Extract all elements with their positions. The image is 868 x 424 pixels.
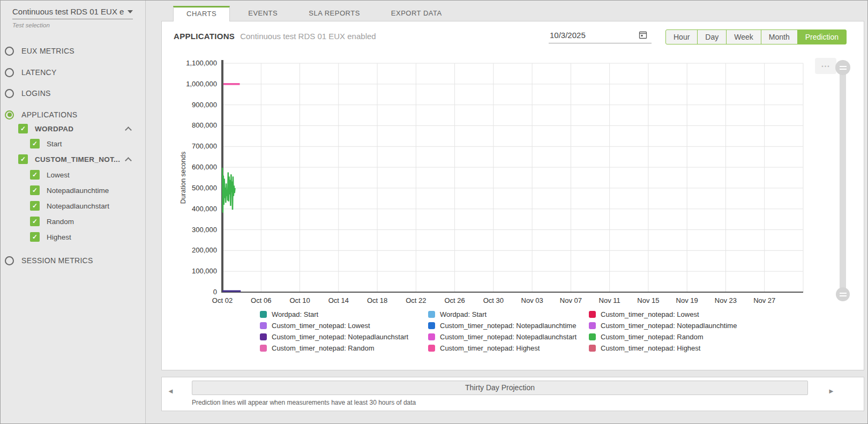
checkbox-checked-icon[interactable]: ✓ — [30, 185, 40, 195]
metric-label: Highest — [47, 233, 71, 241]
svg-text:800,000: 800,000 — [192, 121, 217, 129]
svg-text:700,000: 700,000 — [192, 142, 217, 150]
metric-label: Random — [47, 218, 74, 226]
tab-export-data[interactable]: EXPORT DATA — [378, 6, 455, 21]
metric-highest[interactable]: ✓ Highest — [30, 232, 71, 242]
legend-item: Custom_timer_notepad: Highest — [428, 343, 577, 354]
legend-label: Wordpad: Start — [272, 310, 318, 318]
metric-notepadlaunchstart[interactable]: ✓ Notepadlaunchstart — [30, 200, 109, 211]
radio-icon[interactable] — [5, 89, 14, 98]
group-label: WORDPAD — [35, 125, 73, 133]
metric-label: Notepadlaunchtime — [47, 187, 109, 195]
legend-item: Custom_timer_notepad: Random — [589, 331, 737, 343]
checkbox-checked-icon[interactable]: ✓ — [30, 232, 40, 242]
legend-item: Custom_timer_notepad: Notepadlaunchtime — [589, 320, 737, 331]
range-week-button[interactable]: Week — [726, 29, 761, 44]
svg-text:Nov 07: Nov 07 — [560, 296, 582, 303]
test-selector-caption: Test selection — [12, 22, 50, 28]
checkbox-checked-icon[interactable]: ✓ — [18, 124, 28, 133]
chart-menu-button[interactable]: ... — [815, 58, 836, 74]
legend-label: Custom_timer_notepad: Random — [272, 344, 375, 352]
svg-text:Duration seconds: Duration seconds — [179, 152, 187, 204]
radio-icon[interactable] — [5, 256, 14, 265]
metric-notepadlaunchtime[interactable]: ✓ Notepadlaunchtime — [30, 185, 109, 196]
legend-swatch — [589, 333, 596, 340]
svg-text:Nov 19: Nov 19 — [676, 296, 698, 303]
svg-text:Nov 11: Nov 11 — [599, 296, 620, 303]
legend-swatch — [428, 322, 435, 329]
legend-label: Custom_timer_notepad: Lowest — [601, 310, 699, 318]
chart-header: APPLICATIONS Continuous test RDS 01 EUX … — [174, 32, 376, 41]
range-day-button[interactable]: Day — [697, 29, 727, 44]
group-wordpad[interactable]: ✓ WORDPAD — [18, 123, 73, 134]
check-icon: ✓ — [32, 202, 38, 210]
vertical-zoom-slider-track[interactable] — [840, 63, 846, 293]
svg-text:Oct 10: Oct 10 — [289, 296, 310, 303]
chevron-up-icon[interactable] — [125, 157, 132, 164]
tab-sla-reports[interactable]: SLA REPORTS — [296, 6, 373, 21]
test-selector-dropdown[interactable]: Continuous test RDS 01 EUX ena... — [12, 7, 133, 19]
svg-text:300,000: 300,000 — [192, 226, 217, 234]
sidebar-item-label: LATENCY — [21, 68, 57, 77]
check-icon: ✓ — [32, 171, 38, 178]
sidebar-item-label: APPLICATIONS — [21, 110, 77, 119]
scroll-right-icon[interactable]: ► — [828, 387, 835, 395]
sidebar: Continuous test RDS 01 EUX ena... Test s… — [1, 1, 146, 424]
svg-text:Nov 15: Nov 15 — [637, 296, 659, 303]
thirty-day-projection-button[interactable]: Thirty Day Projection — [192, 381, 808, 395]
calendar-icon[interactable] — [639, 31, 647, 41]
radio-icon[interactable] — [5, 68, 14, 77]
svg-text:100,000: 100,000 — [192, 267, 217, 275]
sidebar-item-eux-metrics[interactable]: EUX METRICS — [5, 46, 74, 56]
checkbox-checked-icon[interactable]: ✓ — [30, 217, 40, 226]
chart-panel: APPLICATIONS Continuous test RDS 01 EUX … — [161, 21, 864, 370]
range-month-button[interactable]: Month — [761, 29, 798, 44]
slider-handle-top[interactable] — [835, 60, 850, 75]
checkbox-checked-icon[interactable]: ✓ — [18, 154, 28, 164]
svg-text:Oct 22: Oct 22 — [406, 296, 426, 303]
sidebar-item-applications[interactable]: APPLICATIONS — [5, 109, 77, 120]
legend-swatch — [589, 322, 596, 329]
range-prediction-button[interactable]: Prediction — [797, 29, 847, 44]
legend-swatch — [260, 322, 267, 329]
group-label: CUSTOM_TIMER_NOT... — [35, 155, 120, 163]
legend-label: Custom_timer_notepad: Notepadlaunchstart — [272, 333, 408, 341]
scroll-left-icon[interactable]: ◄ — [167, 387, 174, 395]
check-icon: ✓ — [32, 140, 38, 147]
checkbox-checked-icon[interactable]: ✓ — [30, 139, 40, 148]
legend-item: Custom_timer_notepad: Lowest — [260, 320, 408, 331]
chevron-up-icon[interactable] — [125, 127, 132, 133]
legend-item: Wordpad: Start — [428, 309, 577, 320]
range-hour-button[interactable]: Hour — [665, 29, 698, 44]
svg-text:Nov 03: Nov 03 — [521, 296, 543, 303]
radio-icon[interactable] — [5, 47, 14, 56]
svg-text:0: 0 — [213, 288, 217, 296]
checkbox-checked-icon[interactable]: ✓ — [30, 201, 40, 211]
metric-start[interactable]: ✓ Start — [30, 138, 62, 149]
date-input[interactable] — [549, 28, 639, 43]
tab-events[interactable]: EVENTS — [235, 6, 290, 21]
metric-random[interactable]: ✓ Random — [30, 216, 74, 227]
legend-label: Custom_timer_notepad: Highest — [601, 344, 700, 352]
legend-item: Custom_timer_notepad: Random — [260, 343, 408, 354]
svg-text:Oct 26: Oct 26 — [444, 296, 465, 303]
svg-text:1,000,000: 1,000,000 — [186, 80, 217, 88]
check-icon: ✓ — [32, 218, 38, 225]
svg-text:Oct 14: Oct 14 — [328, 296, 349, 303]
tab-charts[interactable]: CHARTS — [173, 6, 230, 21]
checkbox-checked-icon[interactable]: ✓ — [30, 170, 40, 180]
legend-swatch — [589, 345, 596, 352]
sidebar-item-latency[interactable]: LATENCY — [5, 67, 57, 78]
svg-text:Oct 06: Oct 06 — [251, 296, 271, 303]
metric-lowest[interactable]: ✓ Lowest — [30, 169, 70, 180]
svg-text:Oct 30: Oct 30 — [483, 296, 504, 303]
sidebar-item-session-metrics[interactable]: SESSION METRICS — [5, 255, 93, 266]
slider-handle-bottom[interactable] — [836, 287, 850, 301]
date-picker[interactable] — [549, 28, 652, 43]
group-custom-timer-notepad[interactable]: ✓ CUSTOM_TIMER_NOT... — [18, 154, 120, 165]
legend-item: Custom_timer_notepad: Notepadlaunchstart — [428, 331, 577, 343]
radio-selected-icon[interactable] — [5, 110, 14, 120]
legend-item: Custom_timer_notepad: Notepadlaunchtime — [428, 320, 577, 331]
sidebar-item-logins[interactable]: LOGINS — [5, 88, 51, 99]
legend-swatch — [260, 345, 267, 352]
